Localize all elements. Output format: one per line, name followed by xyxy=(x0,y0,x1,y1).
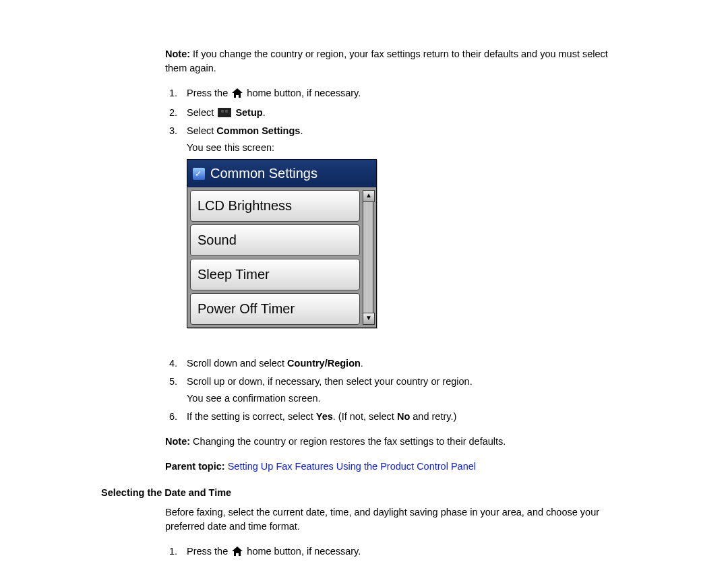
step-item: 6. If the setting is correct, select Yes… xyxy=(165,410,627,424)
step-text: Press the home button, if necessary. xyxy=(187,544,627,560)
steps-list-2: 4. Scroll down and select Country/Region… xyxy=(165,356,627,424)
scroll-track xyxy=(363,202,373,313)
step-number: 1. xyxy=(165,86,177,102)
step-text: If the setting is correct, select Yes. (… xyxy=(187,410,627,424)
home-icon xyxy=(232,88,243,102)
scroll-up-icon: ▲ xyxy=(363,190,375,202)
setup-icon xyxy=(218,108,231,117)
step-text: Press the home button, if necessary. xyxy=(187,86,627,102)
menu-item: Sleep Timer xyxy=(190,259,360,290)
menu-item: Sound xyxy=(190,224,360,256)
menu-item: LCD Brightness xyxy=(190,190,360,222)
parent-topic: Parent topic: Setting Up Fax Features Us… xyxy=(165,460,627,474)
step-item: 3. Select Common Settings. You see this … xyxy=(165,124,627,346)
screenshot-title: Common Settings xyxy=(210,164,317,183)
note-label: Note: xyxy=(165,49,190,59)
home-icon xyxy=(232,546,243,560)
note-paragraph: Note: Changing the country or region res… xyxy=(165,435,627,449)
steps-list-3: 1. Press the home button, if necessary. xyxy=(165,544,627,560)
parent-topic-label: Parent topic: xyxy=(165,461,225,472)
step-number: 4. xyxy=(165,356,177,371)
step-text: Scroll up or down, if necessary, then se… xyxy=(187,375,627,406)
screenshot-body: LCD Brightness Sound Sleep Timer Power O… xyxy=(187,187,376,327)
steps-list-1: 1. Press the home button, if necessary. … xyxy=(165,86,627,346)
step-item: 1. Press the home button, if necessary. xyxy=(165,86,627,102)
section-body: Before faxing, select the current date, … xyxy=(165,505,627,560)
step-item: 1. Press the home button, if necessary. xyxy=(165,544,627,560)
date-time-section: Selecting the Date and Time Before faxin… xyxy=(101,486,627,560)
section-intro: Before faxing, select the current date, … xyxy=(165,505,627,534)
note-label: Note: xyxy=(165,436,190,447)
note-text: Changing the country or region restores … xyxy=(190,436,506,447)
note-text: If you change the country or region, you… xyxy=(165,49,608,73)
note-paragraph: Note: If you change the country or regio… xyxy=(165,47,627,75)
menu-item: Power Off Timer xyxy=(190,293,360,325)
step-number: 5. xyxy=(165,375,177,406)
step-number: 2. xyxy=(165,106,177,120)
screenshot-scrollbar: ▲ ▼ xyxy=(363,190,373,325)
step-item: 5. Scroll up or down, if necessary, then… xyxy=(165,375,627,406)
content-block: Note: If you change the country or regio… xyxy=(165,47,627,474)
step-number: 1. xyxy=(165,544,177,560)
scroll-down-icon: ▼ xyxy=(363,313,375,325)
step-item: 4. Scroll down and select Country/Region… xyxy=(165,356,627,371)
section-heading: Selecting the Date and Time xyxy=(101,486,627,500)
step-text: Scroll down and select Country/Region. xyxy=(187,356,627,371)
screenshot-titlebar: Common Settings xyxy=(187,160,376,187)
step-text: Select Setup. xyxy=(187,106,627,120)
title-check-icon xyxy=(193,168,205,180)
document-page: Note: If you change the country or regio… xyxy=(0,0,728,562)
step-item: 2. Select Setup. xyxy=(165,106,627,120)
step-number: 3. xyxy=(165,124,177,346)
parent-topic-link[interactable]: Setting Up Fax Features Using the Produc… xyxy=(228,461,476,472)
step-text: Select Common Settings. You see this scr… xyxy=(187,124,627,346)
step-number: 6. xyxy=(165,410,177,424)
device-screenshot: Common Settings LCD Brightness Sound Sle… xyxy=(187,159,377,328)
screenshot-list: LCD Brightness Sound Sleep Timer Power O… xyxy=(190,190,360,325)
